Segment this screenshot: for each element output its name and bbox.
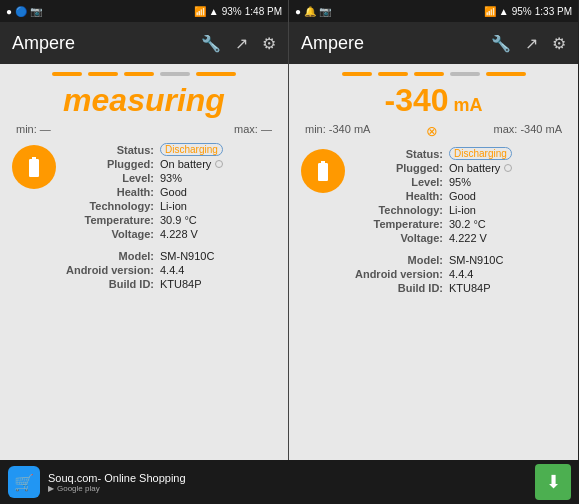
minmax-row-2: min: -340 mA ⊗ max: -340 mA xyxy=(301,123,566,139)
seg4-1 xyxy=(160,72,190,76)
seg5-1 xyxy=(196,72,236,76)
status-value-1: Discharging xyxy=(160,143,223,156)
level-row-2: Level: 95% xyxy=(353,176,566,188)
level-label-2: Level: xyxy=(353,176,443,188)
google-play-badge: ▶ Google play xyxy=(48,484,186,493)
seg3-1 xyxy=(124,72,154,76)
share-icon-1[interactable]: ↗ xyxy=(235,34,248,53)
main-content-2: -340 mA min: -340 mA ⊗ max: -340 mA Stat… xyxy=(289,64,578,460)
big-reading-2: -340 mA xyxy=(301,82,566,119)
voltage-label-1: Voltage: xyxy=(64,228,154,240)
model-label-2: Model: xyxy=(353,254,443,266)
ad-text-block: Souq.com- Online Shopping ▶ Google play xyxy=(48,472,186,493)
status-label-1: Status: xyxy=(64,144,154,156)
plugged-value-2: On battery xyxy=(449,162,500,174)
ad-bar: 🛒 Souq.com- Online Shopping ▶ Google pla… xyxy=(0,460,579,504)
plugged-row-2: Plugged: On battery xyxy=(353,162,566,174)
tech-label-1: Technology: xyxy=(64,200,154,212)
status-row-1: Status: Discharging xyxy=(64,143,276,156)
build-row-2: Build ID: KTU84P xyxy=(353,282,566,294)
time-1: 1:48 PM xyxy=(245,6,282,17)
android-row-1: Android version: 4.4.4 xyxy=(64,264,276,276)
plugged-circle-1 xyxy=(215,160,223,168)
status-bar-2: ● 🔔 📷 📶 ▲ 95% 1:33 PM xyxy=(289,0,578,22)
status-left-1: ● 🔵 📷 xyxy=(6,6,42,17)
level-value-2: 95% xyxy=(449,176,471,188)
status-icons-1: 🔵 📷 xyxy=(15,6,42,17)
temp-label-2: Temperature: xyxy=(353,218,443,230)
download-button[interactable]: ⬇ xyxy=(535,464,571,500)
status-row-2: Status: Discharging xyxy=(353,147,566,160)
app-bar-2: Ampere 🔧 ↗ ⚙ xyxy=(289,22,578,64)
battery-pct-1: 93% xyxy=(222,6,242,17)
health-row-1: Health: Good xyxy=(64,186,276,198)
plugged-label-2: Plugged: xyxy=(353,162,443,174)
health-label-2: Health: xyxy=(353,190,443,202)
seg4-2 xyxy=(450,72,480,76)
app-bar-1: Ampere 🔧 ↗ ⚙ xyxy=(0,22,288,64)
android-value-2: 4.4.4 xyxy=(449,268,473,280)
seg1-2 xyxy=(342,72,372,76)
voltage-value-2: 4.222 V xyxy=(449,232,487,244)
gear-icon-1[interactable]: ⚙ xyxy=(262,34,276,53)
level-row-1: Level: 93% xyxy=(64,172,276,184)
share-icon-2[interactable]: ↗ xyxy=(525,34,538,53)
build-label-1: Build ID: xyxy=(64,278,154,290)
app-bar-icons-2: 🔧 ↗ ⚙ xyxy=(491,34,566,53)
max-label-1: max: — xyxy=(234,123,272,135)
minmax-row-1: min: — max: — xyxy=(12,123,276,135)
tech-row-1: Technology: Li-ion xyxy=(64,200,276,212)
min-label-1: min: — xyxy=(16,123,51,135)
ad-content: 🛒 Souq.com- Online Shopping ▶ Google pla… xyxy=(8,466,186,498)
model-value-1: SM-N910C xyxy=(160,250,214,262)
app-title-2: Ampere xyxy=(301,33,364,54)
level-label-1: Level: xyxy=(64,172,154,184)
android-label-2: Android version: xyxy=(353,268,443,280)
settings-icon-1[interactable]: 🔧 xyxy=(201,34,221,53)
android-value-1: 4.4.4 xyxy=(160,264,184,276)
battery-circle-2 xyxy=(301,149,345,193)
screen-2: ● 🔔 📷 📶 ▲ 95% 1:33 PM Ampere 🔧 ↗ ⚙ xyxy=(289,0,578,460)
seg2-1 xyxy=(88,72,118,76)
error-icon-2: ⊗ xyxy=(426,123,438,139)
level-value-1: 93% xyxy=(160,172,182,184)
android-row-2: Android version: 4.4.4 xyxy=(353,268,566,280)
signal-icon-1: ▲ xyxy=(209,6,219,17)
tech-row-2: Technology: Li-ion xyxy=(353,204,566,216)
model-row-1: Model: SM-N910C xyxy=(64,250,276,262)
ad-title: Souq.com- Online Shopping xyxy=(48,472,186,484)
plugged-value-1: On battery xyxy=(160,158,211,170)
wifi-icon-2: 📶 xyxy=(484,6,496,17)
voltage-row-1: Voltage: 4.228 V xyxy=(64,228,276,240)
plugged-label-1: Plugged: xyxy=(64,158,154,170)
seg3-2 xyxy=(414,72,444,76)
play-icon: ▶ xyxy=(48,484,54,493)
model-row-2: Model: SM-N910C xyxy=(353,254,566,266)
settings-icon-2[interactable]: 🔧 xyxy=(491,34,511,53)
health-label-1: Health: xyxy=(64,186,154,198)
health-row-2: Health: Good xyxy=(353,190,566,202)
play-label: Google play xyxy=(57,484,100,493)
measuring-text-1: measuring xyxy=(63,82,225,118)
voltage-value-1: 4.228 V xyxy=(160,228,198,240)
seg2-2 xyxy=(378,72,408,76)
temp-label-1: Temperature: xyxy=(64,214,154,226)
app-title-1: Ampere xyxy=(12,33,75,54)
android-label-1: Android version: xyxy=(64,264,154,276)
health-value-1: Good xyxy=(160,186,187,198)
gear-icon-2[interactable]: ⚙ xyxy=(552,34,566,53)
temp-row-2: Temperature: 30.2 °C xyxy=(353,218,566,230)
health-value-2: Good xyxy=(449,190,476,202)
tech-label-2: Technology: xyxy=(353,204,443,216)
battery-circle-1 xyxy=(12,145,56,189)
status-dots-2: ● 🔔 📷 xyxy=(295,6,331,17)
status-left-2: ● 🔔 📷 xyxy=(295,6,331,17)
time-2: 1:33 PM xyxy=(535,6,572,17)
big-reading-1: measuring xyxy=(12,82,276,119)
screen-1: ● 🔵 📷 📶 ▲ 93% 1:48 PM Ampere 🔧 ↗ ⚙ xyxy=(0,0,289,460)
model-value-2: SM-N910C xyxy=(449,254,503,266)
status-dots-1: ● xyxy=(6,6,12,17)
battery-icon-2 xyxy=(311,159,335,183)
seg1-1 xyxy=(52,72,82,76)
tech-value-2: Li-ion xyxy=(449,204,476,216)
